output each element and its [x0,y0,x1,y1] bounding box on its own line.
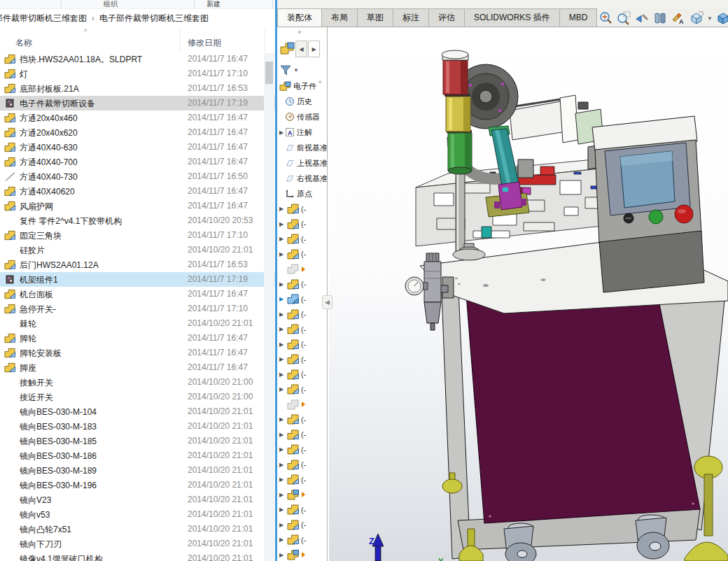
file-row[interactable]: 硅胶片 2014/10/20 21:01 [0,243,275,257]
zoom-to-area-icon[interactable] [615,10,632,27]
component-row[interactable]: ▶ (- [278,367,327,383]
component-row[interactable]: ▶ (- [278,502,327,518]
command-tab[interactable]: SOLIDWORKS 插件 [464,8,559,27]
file-row[interactable]: 方通40X40620 2014/11/7 16:47 [0,184,275,199]
expand-arrow-icon[interactable]: ▶ [278,492,287,498]
file-row[interactable]: 镜向V23 2014/10/20 21:01 [0,492,275,507]
expand-arrow-icon[interactable]: ▶ [278,416,287,422]
hide-show-items-icon[interactable]: A [670,10,687,27]
expand-arrow-icon[interactable]: ▶ [279,129,285,136]
file-row[interactable]: 方通20x40x620 2014/11/7 16:47 [0,125,275,140]
zoom-to-fit-icon[interactable] [597,10,614,27]
expand-arrow-icon[interactable]: ▶ [278,386,287,392]
new-button[interactable]: 新建 [206,0,220,8]
tree-root-item[interactable]: 电子件 [279,80,318,92]
tree-item[interactable]: ▶ A 注解 [278,125,327,140]
command-tab[interactable]: 标注 [393,8,428,27]
component-row[interactable]: ▶ (- [278,292,327,307]
file-row[interactable]: 镜向v53 2014/10/20 21:01 [0,507,275,522]
breadcrumb-folder[interactable]: 部件裁带切断机三维套图 [0,13,87,23]
component-row[interactable]: ▶ (- [278,232,327,247]
expand-arrow-icon[interactable]: ▶ [278,221,287,227]
organize-button[interactable]: 组织 [104,0,118,8]
component-row[interactable]: ▶ (- [278,427,327,443]
expand-arrow-icon[interactable]: ▶ [278,476,287,483]
expand-arrow-icon[interactable]: ▶ [278,356,287,362]
component-row[interactable]: ▶ (- [278,382,327,397]
file-row[interactable]: 镜向BES-030-M-189 2014/10/20 21:01 [0,463,275,478]
breadcrumb-folder-current[interactable]: 电子部件裁带切断机三维套图 [99,13,209,23]
file-row[interactable]: 机架组件1 2014/11/7 17:19 [0,272,275,287]
file-row[interactable]: 挡块.HWS2AA01.18A。SLDPRT 2014/11/7 16:47 [0,52,275,66]
command-tab[interactable]: 评估 [428,8,464,27]
expand-arrow-icon[interactable]: ▶ [278,552,287,558]
component-row[interactable]: ▶ (- [278,337,327,353]
expand-arrow-icon[interactable]: ▶ [278,371,287,378]
expand-arrow-icon[interactable]: ▶ [278,506,287,513]
file-row[interactable]: 接近开关 2014/10/20 21:00 [0,390,275,404]
tree-item[interactable]: ▶ A 前视基准面 [278,140,327,155]
expand-arrow-icon[interactable]: ▶ [278,446,287,453]
component-row[interactable]: ▶ (- [278,518,327,533]
file-row[interactable]: 镜向BES-030-M-104 2014/10/20 21:01 [0,404,275,419]
file-row[interactable]: 脚轮 2014/11/7 16:47 [0,331,275,346]
view-settings-caret[interactable]: ▼ [707,15,713,22]
file-row[interactable]: 脚座 2014/11/7 16:47 [0,360,275,375]
file-row[interactable]: 底部封板板.21A 2014/11/7 16:53 [0,81,275,96]
expand-arrow-icon[interactable]: ▶ [278,432,287,438]
tree-item[interactable]: ▶ A 上视基准面 [278,155,327,171]
component-row[interactable]: ▶ (- [278,217,327,232]
component-row[interactable]: ▶ [278,262,327,277]
file-row[interactable]: 复件 零件2^v4.1下胶带机构 2014/10/20 20:53 [0,213,275,228]
tree-item[interactable]: ▶ A 历史 [278,94,327,109]
file-row[interactable]: 镜向BES-030-M-186 2014/10/20 21:01 [0,448,275,463]
component-row[interactable]: ▶ (- [278,532,327,548]
expand-arrow-icon[interactable]: ▶ [278,341,287,348]
component-row[interactable]: ▶ (- [278,442,327,457]
file-row[interactable]: 镜向BES-030-M-183 2014/10/20 21:01 [0,419,275,434]
file-row[interactable]: 灯 2014/11/7 17:10 [0,66,275,81]
command-tab[interactable]: 草图 [357,8,393,27]
column-header-date[interactable]: 修改日期 [188,37,221,49]
file-row[interactable]: 方通40X40-700 2014/11/7 16:47 [0,155,275,169]
file-row[interactable]: 电子件裁带切断设备 2014/11/7 17:19 [0,96,275,111]
file-row[interactable]: 方通20x40x460 2014/11/7 16:47 [0,111,275,125]
file-row[interactable]: 后门HWS2AA01.12A 2014/11/7 16:53 [0,257,275,272]
component-row[interactable]: ▶ [278,548,327,561]
component-row[interactable]: ▶ (- [278,412,327,427]
expand-arrow-icon[interactable]: ▶ [278,236,287,242]
tree-scroll-up[interactable]: ^ [318,80,321,87]
file-row[interactable]: 固定三角块 2014/11/7 17:10 [0,228,275,243]
component-row[interactable]: ▶ (- [278,322,327,337]
command-tab[interactable]: 装配体 [277,8,321,27]
component-row[interactable]: ▶ (- [278,307,327,322]
filter-dropdown-caret[interactable]: ▼ [293,67,299,73]
tree-tab-next-button[interactable]: ▶ [308,41,320,57]
expand-arrow-icon[interactable]: ▶ [278,296,287,302]
tree-tab-prev-button[interactable]: ◀ [295,41,307,57]
file-row[interactable]: 镜向下刀刃 2014/10/20 21:01 [0,537,275,551]
component-row[interactable]: ▶ (- [278,472,327,488]
breadcrumb[interactable]: 部件裁带切断机三维套图›电子部件裁带切断机三维套图 [0,9,275,27]
column-header-name[interactable]: 名称 [15,37,32,49]
explorer-scrollbar[interactable] [264,53,274,561]
expand-arrow-icon[interactable]: ▶ [278,311,287,318]
component-row[interactable]: ▶ [278,397,327,413]
file-row[interactable]: 急停开关- 2014/11/7 17:10 [0,301,275,316]
command-tab[interactable]: 布局 [321,8,357,27]
graphics-area[interactable]: Z Y [329,27,728,561]
expand-arrow-icon[interactable]: ▶ [278,522,287,528]
tree-item[interactable]: ▶ A 右视基准面 [278,171,327,186]
expand-arrow-icon[interactable]: ▶ [278,206,287,212]
previous-view-icon[interactable] [634,10,650,27]
file-row[interactable]: 方通40X40-730 2014/11/7 16:50 [0,169,275,184]
expand-arrow-icon[interactable]: ▶ [278,462,287,468]
tree-item[interactable]: ▶ A 传感器 [278,109,327,125]
file-row[interactable]: 脚轮安装板 2014/11/7 16:47 [0,346,275,360]
tree-item[interactable]: ▶ A 原点 [278,186,327,201]
panel-collapse-button[interactable]: ◀ [322,295,332,309]
expand-arrow-icon[interactable]: ▶ [278,281,287,287]
component-row[interactable]: ▶ (- [278,352,327,367]
expand-arrow-icon[interactable]: ▶ [278,326,287,332]
component-row[interactable]: ▶ [278,488,327,503]
